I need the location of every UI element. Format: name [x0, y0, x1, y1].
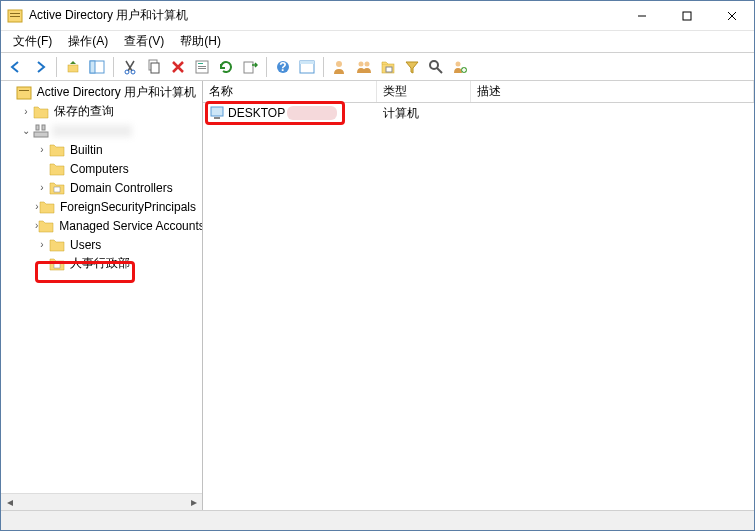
- tree-label: Managed Service Accounts: [57, 218, 202, 234]
- tree-saved-queries[interactable]: › 保存的查询: [1, 102, 202, 121]
- content-area: Active Directory 用户和计算机 › 保存的查询 ⌄ › Buil…: [1, 81, 754, 510]
- tree-root[interactable]: Active Directory 用户和计算机: [1, 83, 202, 102]
- column-type[interactable]: 类型: [377, 81, 471, 102]
- menu-action[interactable]: 操作(A): [60, 31, 116, 52]
- svg-rect-36: [34, 132, 48, 137]
- add-to-group-button[interactable]: [449, 56, 471, 78]
- svg-rect-1: [10, 13, 20, 14]
- forward-button[interactable]: [29, 56, 51, 78]
- find-button[interactable]: [296, 56, 318, 78]
- svg-rect-40: [214, 117, 220, 119]
- svg-point-23: [336, 61, 342, 67]
- menu-view[interactable]: 查看(V): [116, 31, 172, 52]
- svg-point-11: [131, 70, 135, 74]
- folder-icon: [38, 218, 54, 234]
- menu-help[interactable]: 帮助(H): [172, 31, 229, 52]
- svg-rect-18: [244, 62, 253, 73]
- tree-domain[interactable]: ⌄: [1, 121, 202, 140]
- collapse-icon[interactable]: ⌄: [19, 125, 33, 136]
- column-name[interactable]: 名称: [203, 81, 377, 102]
- tree-users[interactable]: › Users: [1, 235, 202, 254]
- new-user-button[interactable]: [329, 56, 351, 78]
- folder-icon: [49, 142, 65, 158]
- tree-hr-ou[interactable]: 人事行政部: [1, 254, 202, 273]
- copy-button[interactable]: [143, 56, 165, 78]
- new-ou-button[interactable]: [377, 56, 399, 78]
- status-bar: [1, 510, 754, 530]
- svg-rect-13: [151, 63, 159, 73]
- search-button[interactable]: [425, 56, 447, 78]
- tree-builtin[interactable]: › Builtin: [1, 140, 202, 159]
- svg-point-10: [125, 70, 129, 74]
- tree-computers[interactable]: Computers: [1, 159, 202, 178]
- domain-icon: [33, 123, 49, 139]
- help-button[interactable]: ?: [272, 56, 294, 78]
- svg-point-30: [456, 61, 461, 66]
- folder-icon: [49, 237, 65, 253]
- list-item-name: DESKTOP: [228, 106, 285, 120]
- properties-button[interactable]: [191, 56, 213, 78]
- list-item-type: 计算机: [383, 105, 419, 122]
- svg-rect-35: [42, 125, 45, 130]
- svg-rect-9: [90, 61, 95, 73]
- menu-bar: 文件(F) 操作(A) 查看(V) 帮助(H): [1, 31, 754, 53]
- app-icon: [7, 8, 23, 24]
- tree-label: Domain Controllers: [68, 180, 175, 196]
- list-header: 名称 类型 描述: [203, 81, 754, 103]
- svg-rect-4: [683, 12, 691, 20]
- expand-icon[interactable]: ›: [35, 182, 49, 193]
- computer-icon: [209, 105, 225, 121]
- filter-button[interactable]: [401, 56, 423, 78]
- svg-rect-34: [36, 125, 39, 130]
- redacted-icon: [287, 106, 337, 120]
- tree-fsp[interactable]: › ForeignSecurityPrincipals: [1, 197, 202, 216]
- up-button[interactable]: [62, 56, 84, 78]
- tree[interactable]: Active Directory 用户和计算机 › 保存的查询 ⌄ › Buil…: [1, 81, 202, 493]
- menu-file[interactable]: 文件(F): [5, 31, 60, 52]
- tree-msa[interactable]: › Managed Service Accounts: [1, 216, 202, 235]
- window-title: Active Directory 用户和计算机: [29, 7, 619, 24]
- expand-icon[interactable]: ›: [19, 106, 33, 117]
- list-pane: 名称 类型 描述 DESKTOP 计算机: [203, 81, 754, 510]
- tree-root-label: Active Directory 用户和计算机: [35, 83, 198, 102]
- svg-rect-2: [10, 16, 20, 17]
- expand-icon[interactable]: ›: [35, 239, 49, 250]
- minimize-button[interactable]: [619, 1, 664, 30]
- toolbar: ?: [1, 53, 754, 81]
- svg-rect-38: [54, 263, 60, 268]
- tree-label: ForeignSecurityPrincipals: [58, 199, 198, 215]
- svg-rect-15: [198, 63, 203, 64]
- svg-rect-16: [198, 66, 206, 67]
- new-group-button[interactable]: [353, 56, 375, 78]
- delete-button[interactable]: [167, 56, 189, 78]
- close-button[interactable]: [709, 1, 754, 30]
- folder-icon: [33, 104, 49, 120]
- refresh-button[interactable]: [215, 56, 237, 78]
- tree-label: [52, 125, 132, 137]
- svg-text:?: ?: [279, 60, 286, 74]
- list-item[interactable]: DESKTOP 计算机: [203, 103, 754, 123]
- ou-icon: [49, 180, 65, 196]
- back-button[interactable]: [5, 56, 27, 78]
- tree-pane: Active Directory 用户和计算机 › 保存的查询 ⌄ › Buil…: [1, 81, 203, 510]
- svg-line-29: [437, 68, 442, 73]
- column-desc[interactable]: 描述: [471, 81, 754, 102]
- ou-icon: [49, 256, 65, 272]
- svg-rect-32: [17, 87, 31, 99]
- scroll-right-icon[interactable]: ▸: [185, 495, 202, 510]
- svg-rect-37: [54, 187, 60, 192]
- export-button[interactable]: [239, 56, 261, 78]
- tree-hscrollbar[interactable]: ◂ ▸: [1, 493, 202, 510]
- show-hide-tree-button[interactable]: [86, 56, 108, 78]
- scroll-left-icon[interactable]: ◂: [1, 495, 18, 510]
- svg-rect-33: [19, 90, 29, 91]
- maximize-button[interactable]: [664, 1, 709, 30]
- tree-label: 人事行政部: [68, 254, 132, 273]
- folder-icon: [49, 161, 65, 177]
- expand-icon[interactable]: ›: [35, 144, 49, 155]
- svg-point-25: [365, 61, 370, 66]
- cut-button[interactable]: [119, 56, 141, 78]
- svg-rect-17: [198, 68, 206, 69]
- list-body[interactable]: DESKTOP 计算机: [203, 103, 754, 510]
- tree-domain-controllers[interactable]: › Domain Controllers: [1, 178, 202, 197]
